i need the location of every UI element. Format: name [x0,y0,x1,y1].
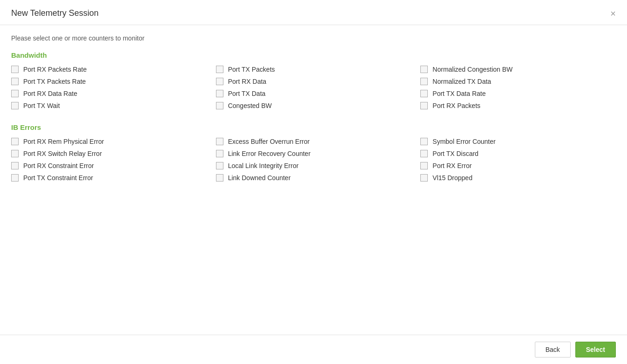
counter-item-port-tx-packets-rate[interactable]: Port TX Packets Rate [11,78,207,85]
counter-item-port-tx-wait[interactable]: Port TX Wait [11,102,207,109]
counter-item-port-tx-data-rate[interactable]: Port TX Data Rate [420,90,616,97]
counter-item-port-rx-data-rate[interactable]: Port RX Data Rate [11,90,207,97]
counter-item-normalized-congestion-bw[interactable]: Normalized Congestion BW [420,66,616,73]
checkbox-excess-buffer-overrun-error[interactable] [216,138,223,145]
section-bandwidth: BandwidthPort RX Packets RatePort TX Pac… [11,51,616,109]
modal-title: New Telemetry Session [11,8,99,18]
counter-item-port-rx-rem-physical-error[interactable]: Port RX Rem Physical Error [11,138,207,145]
counter-item-link-error-recovery-counter[interactable]: Link Error Recovery Counter [216,150,411,157]
modal-overlay: New Telemetry Session × Please select on… [0,0,627,364]
section-title-bandwidth: Bandwidth [11,51,616,59]
counter-item-port-rx-switch-relay-error[interactable]: Port RX Switch Relay Error [11,150,207,157]
label-port-rx-constraint-error: Port RX Constraint Error [23,162,94,169]
counter-item-vl15-dropped[interactable]: Vl15 Dropped [420,174,616,182]
label-congested-bw: Congested BW [228,102,272,109]
counter-item-port-tx-constraint-error[interactable]: Port TX Constraint Error [11,174,207,182]
modal-header: New Telemetry Session × [0,0,627,25]
label-normalized-congestion-bw: Normalized Congestion BW [432,66,512,73]
back-button[interactable]: Back [535,342,571,357]
counter-grid-bandwidth: Port RX Packets RatePort TX PacketsNorma… [11,66,616,109]
label-port-tx-data: Port TX Data [228,90,266,97]
label-normalized-tx-data: Normalized TX Data [432,78,491,85]
label-port-tx-wait: Port TX Wait [23,102,60,109]
modal-body: Please select one or more counters to mo… [0,25,627,335]
label-port-rx-data-rate: Port RX Data Rate [23,90,77,97]
counter-item-port-rx-packets[interactable]: Port RX Packets [420,102,616,109]
checkbox-port-rx-constraint-error[interactable] [11,162,19,169]
select-button[interactable]: Select [575,342,616,357]
checkbox-port-tx-packets-rate[interactable] [11,78,19,85]
checkbox-port-rx-rem-physical-error[interactable] [11,138,19,145]
checkbox-link-downed-counter[interactable] [216,174,223,182]
section-title-ib-errors: IB Errors [11,123,616,131]
label-port-rx-packets-rate: Port RX Packets Rate [23,66,87,73]
label-vl15-dropped: Vl15 Dropped [432,174,472,182]
counter-item-excess-buffer-overrun-error[interactable]: Excess Buffer Overrun Error [216,138,411,145]
modal-dialog: New Telemetry Session × Please select on… [0,0,627,364]
label-port-tx-packets-rate: Port TX Packets Rate [23,78,86,85]
counter-item-local-link-integrity-error[interactable]: Local Link Integrity Error [216,162,411,169]
counter-item-port-tx-packets[interactable]: Port TX Packets [216,66,411,73]
label-port-tx-data-rate: Port TX Data Rate [432,90,485,97]
sections-container: BandwidthPort RX Packets RatePort TX Pac… [11,51,616,182]
label-port-tx-constraint-error: Port TX Constraint Error [23,174,93,182]
checkbox-port-rx-packets-rate[interactable] [11,66,19,73]
modal-subtitle: Please select one or more counters to mo… [11,34,616,42]
label-symbol-error-counter: Symbol Error Counter [432,138,495,145]
checkbox-congested-bw[interactable] [216,102,223,109]
label-port-rx-switch-relay-error: Port RX Switch Relay Error [23,150,102,157]
label-excess-buffer-overrun-error: Excess Buffer Overrun Error [228,138,310,145]
close-button[interactable]: × [610,9,616,18]
label-port-tx-discard: Port TX Discard [432,150,479,157]
label-port-rx-error: Port RX Error [432,162,472,169]
counter-item-port-tx-data[interactable]: Port TX Data [216,90,411,97]
counter-item-port-tx-discard[interactable]: Port TX Discard [420,150,616,157]
counter-item-congested-bw[interactable]: Congested BW [216,102,411,109]
checkbox-port-tx-constraint-error[interactable] [11,174,19,182]
label-port-rx-data: Port RX Data [228,78,266,85]
counter-item-normalized-tx-data[interactable]: Normalized TX Data [420,78,616,85]
checkbox-symbol-error-counter[interactable] [420,138,428,145]
checkbox-port-rx-packets[interactable] [420,102,428,109]
counter-item-symbol-error-counter[interactable]: Symbol Error Counter [420,138,616,145]
label-link-downed-counter: Link Downed Counter [228,174,291,182]
checkbox-port-rx-data[interactable] [216,78,223,85]
label-port-rx-packets: Port RX Packets [432,102,480,109]
label-port-tx-packets: Port TX Packets [228,66,275,73]
label-link-error-recovery-counter: Link Error Recovery Counter [228,150,310,157]
counter-item-port-rx-error[interactable]: Port RX Error [420,162,616,169]
modal-footer: Back Select [0,335,627,364]
checkbox-local-link-integrity-error[interactable] [216,162,223,169]
checkbox-normalized-congestion-bw[interactable] [420,66,428,73]
counter-item-link-downed-counter[interactable]: Link Downed Counter [216,174,411,182]
checkbox-port-rx-data-rate[interactable] [11,90,19,97]
label-port-rx-rem-physical-error: Port RX Rem Physical Error [23,138,104,145]
checkbox-port-tx-wait[interactable] [11,102,19,109]
checkbox-normalized-tx-data[interactable] [420,78,428,85]
checkbox-port-tx-data-rate[interactable] [420,90,428,97]
label-local-link-integrity-error: Local Link Integrity Error [228,162,299,169]
counter-item-port-rx-packets-rate[interactable]: Port RX Packets Rate [11,66,207,73]
checkbox-port-tx-discard[interactable] [420,150,428,157]
checkbox-vl15-dropped[interactable] [420,174,428,182]
counter-item-port-rx-constraint-error[interactable]: Port RX Constraint Error [11,162,207,169]
checkbox-link-error-recovery-counter[interactable] [216,150,223,157]
checkbox-port-tx-packets[interactable] [216,66,223,73]
checkbox-port-rx-error[interactable] [420,162,428,169]
counter-grid-ib-errors: Port RX Rem Physical ErrorExcess Buffer … [11,138,616,182]
checkbox-port-rx-switch-relay-error[interactable] [11,150,19,157]
checkbox-port-tx-data[interactable] [216,90,223,97]
section-ib-errors: IB ErrorsPort RX Rem Physical ErrorExces… [11,123,616,182]
counter-item-port-rx-data[interactable]: Port RX Data [216,78,411,85]
